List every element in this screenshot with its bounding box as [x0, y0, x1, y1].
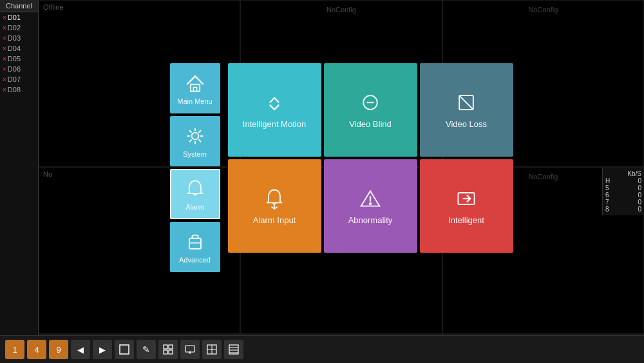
camera-label-offline: Offline	[43, 3, 64, 11]
pencil-icon: ✎	[142, 344, 150, 355]
camera-label-noconfig-2: NoConfig	[528, 6, 558, 14]
svg-rect-25	[164, 345, 167, 349]
stats-label-h: H	[605, 177, 610, 184]
x-icon-d06: ×	[3, 66, 6, 73]
alarm-input-tile[interactable]: Alarm Input	[228, 159, 321, 253]
stats-header: Kb/S	[605, 170, 641, 177]
svg-rect-12	[189, 239, 201, 249]
stats-label-7: 7	[605, 199, 609, 206]
tb-btn-monitor[interactable]	[180, 340, 200, 359]
triangle-warning-icon	[359, 187, 382, 210]
stats-value-h: 0	[638, 177, 641, 184]
channel-label-d07: D07	[8, 75, 21, 83]
sidebar-channel-d01[interactable]: × D01	[0, 12, 38, 23]
gear-icon	[184, 124, 207, 148]
system-button[interactable]: System	[170, 116, 220, 166]
monitor-icon	[185, 344, 195, 355]
sidebar-channel-d02[interactable]: × D02	[0, 23, 38, 33]
tb-btn-4-label: 4	[34, 345, 39, 355]
network-icon	[207, 344, 217, 355]
camera-label-noconfig-3: NoConfig	[528, 173, 558, 181]
stats-row-7: 7 0	[605, 199, 641, 206]
camera-label-noconfig-1: NoConfig	[327, 6, 356, 14]
stats-label-5: 5	[605, 184, 609, 191]
channel-label-d06: D06	[8, 65, 21, 73]
tb-btn-prev[interactable]: ◀	[71, 340, 90, 359]
bag-icon	[184, 230, 207, 253]
next-icon: ▶	[99, 345, 106, 355]
tb-btn-1-label: 1	[12, 345, 17, 355]
svg-rect-29	[185, 346, 194, 352]
x-icon-d02: ×	[3, 25, 6, 32]
tb-btn-pencil[interactable]: ✎	[137, 340, 156, 359]
sidebar-channel-d05[interactable]: × D05	[0, 54, 38, 64]
svg-rect-26	[169, 345, 173, 349]
x-icon-d03: ×	[3, 35, 6, 42]
camera-label-no-1: No	[43, 170, 52, 178]
x-icon-d07: ×	[3, 76, 6, 83]
svg-line-7	[189, 130, 192, 133]
menu-container: Main Menu Syste	[170, 63, 513, 272]
stats-label-6: 6	[605, 191, 609, 199]
sidebar-header: Channel	[0, 0, 38, 12]
bell-down-icon	[263, 187, 286, 210]
system-label: System	[183, 150, 207, 158]
bell-icon	[184, 177, 207, 201]
channel-label-d03: D03	[8, 34, 21, 42]
stats-row-8: 8 0	[605, 206, 641, 213]
sidebar-channel-d08[interactable]: × D08	[0, 84, 38, 95]
stats-row-6: 6 0	[605, 191, 641, 199]
sidebar-channel-d03[interactable]: × D03	[0, 33, 38, 43]
sidebar-channel-d06[interactable]: × D06	[0, 64, 38, 74]
tb-btn-network[interactable]	[202, 340, 222, 359]
stats-panel: Kb/S H 0 5 0 6 0 7 0 8 0	[602, 168, 644, 215]
channel-label-d05: D05	[8, 55, 21, 63]
intelligent-motion-tile[interactable]: Intelligent Motion	[228, 63, 321, 157]
stats-row-5: 5 0	[605, 184, 641, 191]
sidebar-channel-d07[interactable]: × D07	[0, 74, 38, 84]
tb-btn-4[interactable]: 4	[27, 340, 46, 359]
x-icon-d08: ×	[3, 86, 6, 93]
svg-rect-1	[193, 87, 196, 91]
channel-label-d08: D08	[8, 86, 21, 93]
house-icon	[184, 72, 207, 95]
tb-btn-9[interactable]: 9	[49, 340, 68, 359]
channel-label-d04: D04	[8, 44, 21, 52]
tb-btn-grid[interactable]	[158, 340, 178, 359]
tb-btn-settings[interactable]	[224, 340, 243, 359]
video-blind-label: Video Blind	[349, 119, 392, 129]
svg-rect-27	[164, 350, 167, 354]
toolbar: 1 4 9 ◀ ▶ ✎	[0, 335, 644, 363]
svg-line-9	[198, 130, 201, 133]
channel-label-d02: D02	[8, 24, 21, 32]
tb-btn-1[interactable]: 1	[5, 340, 24, 359]
x-icon-d04: ×	[3, 45, 6, 52]
slash-box-icon	[455, 91, 478, 114]
svg-line-10	[189, 139, 192, 142]
tile-grid: Intelligent Motion Video Blind Video Los…	[228, 63, 513, 272]
svg-point-2	[191, 133, 198, 140]
minus-circle-icon	[359, 91, 382, 114]
channel-label-d01: D01	[8, 14, 21, 21]
sidebar: Channel × D01 × D02 × D03 × D04 × D05 × …	[0, 0, 39, 363]
alarm-label: Alarm	[185, 203, 204, 211]
stats-value-8: 0	[638, 206, 641, 213]
video-blind-tile[interactable]: Video Blind	[324, 63, 417, 157]
abnormality-tile[interactable]: Abnormality	[324, 159, 417, 253]
main-menu-button[interactable]: Main Menu	[170, 63, 220, 113]
left-menu: Main Menu Syste	[170, 63, 220, 272]
abnormality-label: Abnormality	[348, 215, 393, 225]
advanced-button[interactable]: Advanced	[170, 222, 220, 272]
x-icon-d05: ×	[3, 55, 6, 63]
arrow-right-box-icon	[455, 187, 478, 210]
stats-value-5: 0	[638, 184, 641, 191]
fullscreen-icon	[119, 344, 129, 355]
tb-btn-next[interactable]: ▶	[93, 340, 112, 359]
sidebar-channel-d04[interactable]: × D04	[0, 43, 38, 54]
tb-btn-9-label: 9	[56, 345, 61, 355]
alarm-button[interactable]: Alarm	[170, 169, 220, 219]
intelligent-tile[interactable]: Intelligent	[420, 159, 513, 253]
tb-btn-fullscreen[interactable]	[115, 340, 134, 359]
video-loss-tile[interactable]: Video Loss	[420, 63, 513, 157]
stats-kb-label: Kb/S	[627, 170, 641, 177]
